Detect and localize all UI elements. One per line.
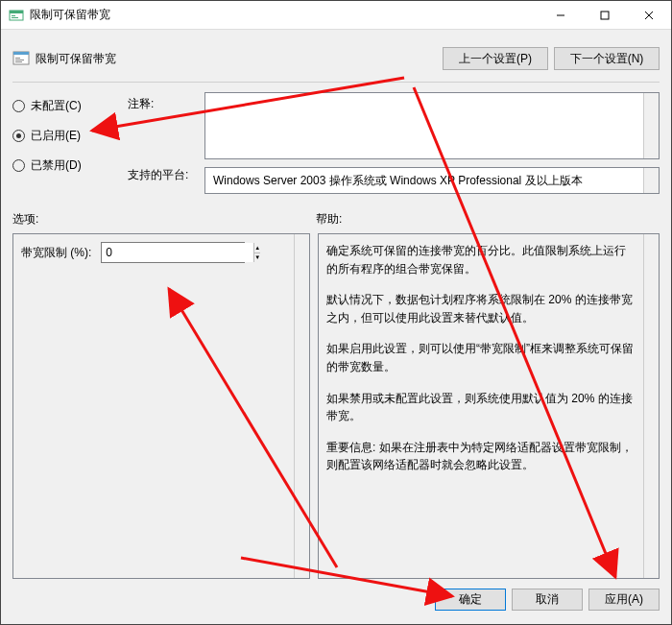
svg-rect-10 [15,58,20,59]
help-paragraph: 确定系统可保留的连接带宽的百分比。此值限制系统上运行的所有程序的组合带宽保留。 [326,242,634,277]
supported-label: 支持的平台: [128,167,195,183]
help-panel: 确定系统可保留的连接带宽的百分比。此值限制系统上运行的所有程序的组合带宽保留。 … [318,233,660,579]
prev-setting-button[interactable]: 上一个设置(P) [443,47,548,70]
bandwidth-limit-input[interactable] [102,243,253,262]
label-column: 注释: 支持的平台: [128,92,195,194]
options-panel: 带宽限制 (%): ▲ ▼ [12,233,310,579]
minimize-button[interactable] [539,1,583,29]
bandwidth-limit-spinner[interactable]: ▲ ▼ [101,242,245,263]
help-paragraph: 如果启用此设置，则可以使用“带宽限制”框来调整系统可保留的带宽数量。 [326,340,634,375]
svg-rect-11 [15,60,24,60]
radio-label: 已禁用(D) [31,157,82,174]
scrollbar[interactable] [294,234,309,578]
spinner-down-button[interactable]: ▼ [254,253,260,263]
window-title: 限制可保留带宽 [30,7,539,23]
options-label: 选项: [12,211,316,228]
app-icon [9,8,24,23]
dialog-window: 限制可保留带宽 限制可保留带宽 [0,0,672,625]
radio-enabled[interactable]: 已启用(E) [12,128,118,144]
supported-on-box: Windows Server 2003 操作系统或 Windows XP Pro… [204,167,660,194]
page-title: 限制可保留带宽 [36,51,437,67]
svg-rect-2 [12,15,15,16]
policy-icon [12,50,30,67]
section-labels: 选项: 帮助: [12,211,660,228]
svg-rect-5 [601,12,609,19]
panels: 带宽限制 (%): ▲ ▼ 确定系统可保留的连接带宽的百分比。此值限制系统上运行… [12,233,660,579]
radio-label: 已启用(E) [31,128,81,144]
next-setting-button[interactable]: 下一个设置(N) [554,47,660,70]
titlebar: 限制可保留带宽 [1,1,671,30]
help-paragraph: 重要信息: 如果在注册表中为特定网络适配器设置带宽限制，则配置该网络适配器时就会… [326,439,634,474]
svg-rect-12 [15,61,22,62]
header-row: 限制可保留带宽 上一个设置(P) 下一个设置(N) [12,39,660,78]
radio-disabled[interactable]: 已禁用(D) [12,157,118,174]
spinner-up-button[interactable]: ▲ [254,243,260,253]
radio-not-configured[interactable]: 未配置(C) [12,98,118,114]
divider [12,82,660,83]
maximize-button[interactable] [583,1,627,29]
svg-rect-3 [12,17,18,18]
apply-button[interactable]: 应用(A) [588,589,660,611]
config-block: 未配置(C) 已启用(E) 已禁用(D) 注释: 支持的平台: [12,92,660,194]
close-button[interactable] [627,1,671,29]
radio-icon [12,130,25,142]
dialog-footer: 确定 取消 应用(A) [12,579,660,616]
comment-textarea[interactable] [204,92,660,159]
cancel-button[interactable]: 取消 [512,589,583,611]
help-label: 帮助: [316,211,660,228]
help-text: 确定系统可保留的连接带宽的百分比。此值限制系统上运行的所有程序的组合带宽保留。 … [326,242,651,474]
svg-rect-9 [13,52,29,55]
radio-icon [12,100,25,112]
scrollbar[interactable] [643,93,659,158]
radio-label: 未配置(C) [31,98,82,114]
radio-group: 未配置(C) 已启用(E) 已禁用(D) [12,92,118,194]
scrollbar[interactable] [643,168,659,193]
radio-icon [12,159,25,172]
svg-rect-1 [10,11,23,13]
bandwidth-limit-label: 带宽限制 (%): [21,245,91,261]
scrollbar[interactable] [643,234,659,578]
help-paragraph: 如果禁用或未配置此设置，则系统使用默认值为 20% 的连接带宽。 [326,390,634,425]
help-paragraph: 默认情况下，数据包计划程序将系统限制在 20% 的连接带宽之内，但可以使用此设置… [326,291,634,326]
comment-label: 注释: [128,96,195,167]
content-area: 限制可保留带宽 上一个设置(P) 下一个设置(N) 未配置(C) 已启用(E) … [1,30,671,624]
ok-button[interactable]: 确定 [435,589,506,611]
supported-on-text: Windows Server 2003 操作系统或 Windows XP Pro… [213,173,583,189]
field-column: Windows Server 2003 操作系统或 Windows XP Pro… [204,92,660,194]
